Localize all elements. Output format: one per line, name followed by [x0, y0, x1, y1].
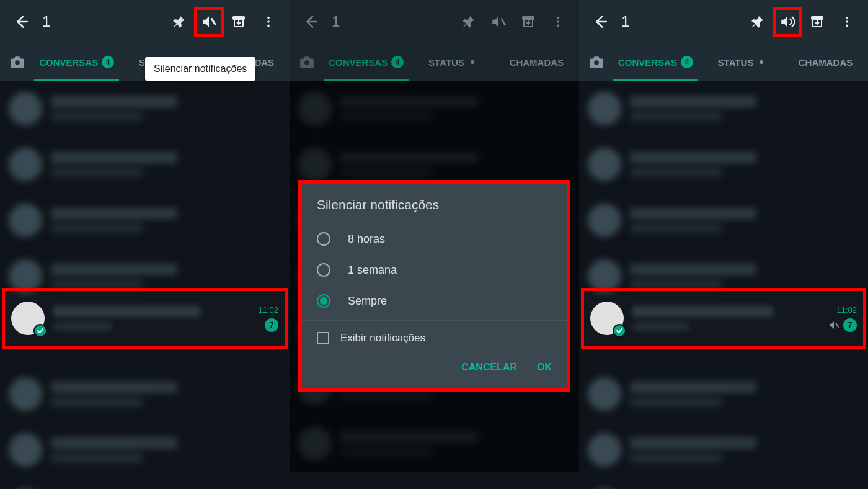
radio-label: 8 horas: [348, 233, 385, 246]
tab-label: STATUS: [428, 57, 464, 68]
tab-label: STATUS: [718, 57, 754, 68]
radio-option-always[interactable]: Sempre: [302, 285, 567, 316]
mute-button[interactable]: [484, 7, 513, 37]
svg-line-11: [501, 19, 505, 25]
radio-option-1week[interactable]: 1 semana: [302, 254, 567, 285]
chat-list[interactable]: 11:02 7: [0, 81, 290, 489]
svg-point-9: [15, 60, 20, 65]
chat-meta: 11:02 7: [828, 305, 857, 332]
chat-list[interactable]: 11:02 7: [579, 81, 868, 489]
tab-label: CHAMADAS: [510, 57, 564, 68]
svg-point-15: [557, 17, 559, 19]
screenshot-3: 1 CONVERSAS 4 STATUS CHAMADAS: [579, 0, 868, 489]
list-item[interactable]: [579, 422, 868, 478]
tab-chamadas[interactable]: CHAMADAS: [783, 43, 868, 81]
svg-point-23: [846, 17, 848, 19]
svg-point-7: [267, 20, 270, 23]
unmute-button-highlighted[interactable]: [773, 7, 802, 37]
checkbox-label: Exibir notificações: [340, 332, 425, 344]
svg-point-26: [594, 60, 599, 65]
back-button[interactable]: [6, 7, 36, 37]
tab-status[interactable]: STATUS: [409, 43, 494, 81]
selected-chat-highlight: 11:02 7: [2, 288, 288, 349]
back-button[interactable]: [296, 7, 326, 37]
muted-icon: [828, 320, 839, 331]
tab-label: CHAMADAS: [799, 57, 853, 68]
radio-icon: [317, 232, 330, 246]
camera-tab[interactable]: [0, 54, 34, 70]
svg-point-6: [267, 17, 270, 19]
mute-tooltip: Silenciar notificações: [145, 57, 255, 81]
archive-button[interactable]: [513, 7, 543, 37]
checkbox-icon: [317, 332, 329, 344]
app-bar: 1: [0, 0, 290, 43]
list-item[interactable]: [0, 192, 290, 248]
radio-option-8h[interactable]: 8 horas: [302, 223, 567, 254]
svg-line-27: [836, 323, 839, 328]
mute-dialog-highlight: Silenciar notificações 8 horas 1 semana …: [298, 180, 570, 392]
avatar[interactable]: [590, 302, 624, 335]
tab-badge: 4: [102, 56, 114, 68]
tab-status[interactable]: STATUS: [698, 43, 783, 81]
tab-chamadas[interactable]: CHAMADAS: [494, 43, 579, 81]
selection-check-icon: [33, 324, 47, 338]
more-menu-button[interactable]: [832, 7, 862, 37]
list-item[interactable]: [579, 478, 868, 489]
list-item[interactable]: [0, 422, 290, 478]
radio-label: 1 semana: [348, 264, 397, 277]
camera-tab[interactable]: [579, 54, 613, 70]
screenshot-1: 1 CONVERSAS 4 STATUS CHAMADAS: [0, 0, 290, 489]
radio-icon: [317, 263, 330, 277]
chat-meta: 11:02 7: [258, 305, 278, 332]
app-bar: 1: [579, 0, 868, 43]
list-item[interactable]: [579, 192, 868, 248]
list-item[interactable]: [579, 81, 868, 137]
screenshot-2: 1 CONVERSAS 4 STATUS CHAMADAS: [290, 0, 579, 489]
svg-point-8: [267, 25, 270, 27]
status-dot-icon: [760, 60, 763, 64]
svg-point-18: [304, 60, 309, 65]
mute-button-highlighted[interactable]: [194, 7, 224, 37]
cancel-button[interactable]: CANCELAR: [461, 362, 517, 373]
selection-check-icon: [613, 324, 626, 338]
archive-button[interactable]: [802, 7, 832, 37]
tab-label: CONVERSAS: [329, 57, 388, 68]
mute-dialog: Silenciar notificações 8 horas 1 semana …: [302, 184, 567, 388]
show-notifications-checkbox[interactable]: Exibir notificações: [302, 321, 567, 356]
back-button[interactable]: [585, 7, 615, 37]
chat-body: [53, 306, 249, 331]
svg-point-24: [846, 20, 848, 23]
avatar[interactable]: [11, 302, 45, 335]
camera-tab[interactable]: [290, 54, 324, 70]
pin-button[interactable]: [164, 7, 194, 37]
tab-badge: 4: [681, 56, 693, 68]
radio-icon: [317, 294, 330, 308]
list-item[interactable]: [579, 137, 868, 192]
unread-badge: 7: [265, 318, 278, 332]
tab-conversas[interactable]: CONVERSAS 4: [613, 43, 698, 81]
tab-conversas[interactable]: CONVERSAS 4: [324, 43, 409, 81]
dialog-title: Silenciar notificações: [302, 197, 567, 223]
list-item[interactable]: [0, 81, 290, 137]
selected-chat-row[interactable]: 11:02 7: [584, 291, 863, 346]
pin-button[interactable]: [454, 7, 484, 37]
more-menu-button[interactable]: [254, 7, 283, 37]
ok-button[interactable]: OK: [537, 362, 552, 373]
list-item[interactable]: [0, 478, 290, 489]
list-item[interactable]: [579, 366, 868, 422]
radio-label: Sempre: [348, 295, 387, 308]
tab-bar: CONVERSAS 4 STATUS CHAMADAS: [579, 43, 868, 81]
selected-chat-row[interactable]: 11:02 7: [5, 291, 285, 346]
status-dot-icon: [471, 60, 474, 64]
list-item[interactable]: [0, 366, 290, 422]
more-menu-button[interactable]: [543, 7, 573, 37]
svg-point-17: [557, 25, 559, 27]
tab-conversas[interactable]: CONVERSAS 4: [34, 43, 119, 81]
chat-time: 11:02: [836, 305, 857, 315]
selection-count: 1: [615, 13, 743, 30]
list-item[interactable]: [0, 137, 290, 192]
svg-point-16: [557, 20, 559, 23]
tab-label: CONVERSAS: [39, 57, 98, 68]
pin-button[interactable]: [743, 7, 773, 37]
archive-button[interactable]: [224, 7, 254, 37]
